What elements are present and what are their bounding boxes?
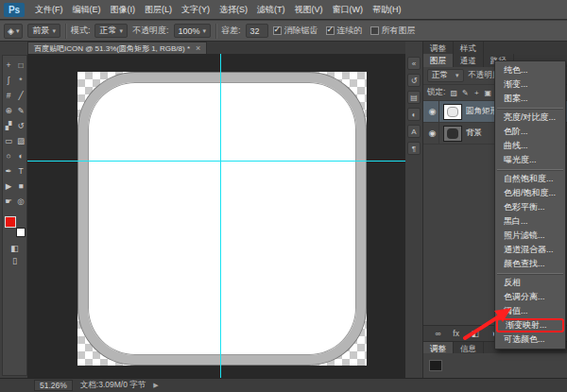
shape-tool[interactable]: ■	[15, 179, 27, 194]
menu-option[interactable]: 亮度/对比度...	[495, 111, 565, 125]
gradient-tool[interactable]: ▨	[15, 133, 27, 148]
menu-option[interactable]: 图案...	[495, 92, 565, 106]
lock-paint-icon[interactable]: ✎	[460, 89, 470, 97]
menu-option[interactable]: 自然饱和度...	[495, 172, 565, 186]
hand-tool[interactable]: ☛	[3, 194, 15, 209]
bottom-panel-content	[423, 353, 567, 378]
brush-tool[interactable]: ✎	[15, 103, 27, 118]
magic-wand-tool[interactable]: *	[15, 73, 27, 88]
option-checkbox[interactable]: 连续的	[326, 25, 363, 37]
background-color-swatch[interactable]	[16, 228, 26, 237]
menu-item[interactable]: 滤镜(T)	[252, 0, 290, 20]
menu-item[interactable]: 文件(F)	[30, 0, 68, 20]
guide-vertical[interactable]	[220, 54, 221, 378]
panel-tab[interactable]: 调整	[423, 342, 454, 353]
eraser-tool[interactable]: ▭	[3, 133, 15, 148]
menu-option[interactable]: 纯色...	[495, 63, 565, 77]
lock-position-icon[interactable]: +	[472, 89, 481, 97]
menu-option-label: 颜色查找...	[504, 259, 545, 268]
checkbox-label: 消除锯齿	[284, 25, 318, 37]
guide-horizontal[interactable]	[27, 161, 405, 162]
lock-all-icon[interactable]: ▣	[483, 89, 492, 97]
panel-tab[interactable]: 调整	[423, 42, 454, 54]
move-tool[interactable]: +	[3, 58, 15, 73]
document-tab-bar: 百度贴吧ICON @ 51.3%(圆角矩形 1, RGB/8) * ×	[27, 42, 405, 54]
menu-option[interactable]: 色相/饱和度...	[495, 186, 565, 200]
menu-option[interactable]: 颜色查找...	[495, 257, 565, 271]
status-options-arrow[interactable]: ▶	[153, 382, 158, 389]
character-panel-icon[interactable]: A	[407, 125, 421, 138]
menu-item[interactable]: 帮助(H)	[368, 0, 406, 20]
option-checkbox[interactable]: 所有图层	[370, 25, 416, 37]
menu-option[interactable]: 照片滤镜...	[495, 229, 565, 243]
history-brush-tool[interactable]: ↺	[15, 118, 27, 133]
menu-option[interactable]: 渐变...	[495, 77, 565, 92]
menu-option[interactable]: 曲线...	[495, 139, 565, 153]
menu-option[interactable]: 曝光度...	[495, 153, 565, 167]
menu-item[interactable]: 选择(S)	[215, 0, 252, 20]
panel-tab[interactable]: 图层	[423, 54, 454, 67]
history-panel-icon[interactable]: ↺	[407, 74, 421, 87]
menu-option-label: 照片滤镜...	[504, 230, 545, 240]
menu-item[interactable]: 文字(Y)	[177, 0, 215, 20]
menu-option[interactable]	[495, 271, 565, 276]
close-icon[interactable]: ×	[196, 43, 200, 53]
options-bar: ◈ ▾ 前景 ▾ 模式: 正常 ▾ 不透明度: 100% ▾ 容差: 32 消除…	[0, 21, 567, 42]
menu-option[interactable]	[495, 167, 565, 172]
menu-option[interactable]: 黑白...	[495, 214, 565, 229]
menu-item[interactable]: 窗口(W)	[328, 0, 369, 20]
pen-tool[interactable]: ✒	[3, 163, 15, 179]
tool-preset-picker[interactable]: ◈ ▾	[4, 24, 23, 39]
link-layers-icon[interactable]: ∞	[435, 329, 440, 338]
opacity-dropdown[interactable]: 100% ▾	[174, 24, 212, 38]
properties-panel-icon[interactable]: ▤	[407, 91, 421, 104]
eyedropper-tool[interactable]: ╱	[15, 88, 27, 103]
menu-item[interactable]: 视图(V)	[290, 0, 328, 20]
menu-option-label: 色相/饱和度...	[504, 188, 556, 197]
menu-bar: Ps 文件(F)编辑(E)图像(I)图层(L)文字(Y)选择(S)滤镜(T)视图…	[0, 0, 567, 20]
menu-option-label: 黑白...	[504, 216, 528, 226]
mode-dropdown[interactable]: 正常 ▾	[94, 24, 128, 38]
layer-thumbnail[interactable]	[443, 126, 462, 142]
panel-tab[interactable]: 通道	[454, 54, 484, 67]
paragraph-panel-icon[interactable]: ¶	[407, 142, 421, 155]
blend-mode-dropdown[interactable]: 正常 ▾	[427, 69, 464, 82]
lock-transparency-icon[interactable]: ▨	[449, 89, 458, 97]
layer-name[interactable]: 背景	[466, 128, 482, 139]
clone-stamp-tool[interactable]: ▞	[3, 118, 15, 133]
zoom-tool[interactable]: ◎	[15, 194, 27, 209]
healing-brush-tool[interactable]: ⊕	[3, 103, 15, 118]
layer-thumbnail[interactable]	[443, 104, 462, 120]
canvas-area[interactable]	[27, 54, 405, 378]
document-tab[interactable]: 百度贴吧ICON @ 51.3%(圆角矩形 1, RGB/8) * ×	[27, 42, 207, 54]
info-panel-icon[interactable]: ◐	[407, 108, 421, 121]
eye-icon[interactable]: ◉	[426, 123, 439, 144]
zoom-level-field[interactable]: 51.26%	[34, 380, 73, 391]
marquee-tool[interactable]: □	[15, 58, 27, 73]
panel-tab[interactable]: 样式	[454, 42, 484, 54]
blur-tool[interactable]: ○	[3, 148, 15, 163]
menu-item[interactable]: 图像(I)	[106, 0, 141, 20]
menu-item[interactable]: 图层(L)	[140, 0, 177, 20]
panel-thumbnail[interactable]	[429, 360, 442, 371]
menu-option[interactable]: 通道混合器...	[495, 243, 565, 257]
foreground-color-swatch[interactable]	[5, 216, 16, 228]
screen-mode-icon[interactable]: ▯	[10, 255, 19, 267]
menu-option[interactable]	[495, 106, 565, 111]
quick-mask-icon[interactable]: ◧	[10, 243, 19, 255]
menu-option-label: 反相	[504, 278, 521, 287]
collapse-panels-icon[interactable]: «	[407, 57, 421, 70]
path-selection-tool[interactable]: ▶	[3, 179, 15, 194]
menu-option[interactable]: 色阶...	[495, 125, 565, 139]
menu-item[interactable]: 编辑(E)	[68, 0, 106, 20]
fill-source-dropdown[interactable]: 前景 ▾	[27, 24, 60, 38]
dodge-tool[interactable]: ◐	[15, 148, 27, 163]
eye-icon[interactable]: ◉	[426, 101, 439, 122]
tolerance-input[interactable]: 32	[246, 24, 268, 38]
lasso-tool[interactable]: ʃ	[3, 73, 15, 88]
crop-tool[interactable]: #	[3, 88, 15, 103]
option-checkbox[interactable]: 消除锯齿	[273, 25, 318, 37]
menu-option[interactable]: 反相	[495, 276, 565, 290]
menu-option[interactable]: 色彩平衡...	[495, 200, 565, 214]
type-tool[interactable]: T	[15, 163, 27, 179]
